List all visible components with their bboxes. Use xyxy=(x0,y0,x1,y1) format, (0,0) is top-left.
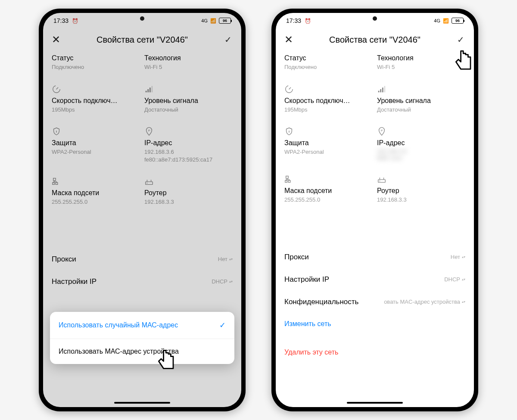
ipset-label: Настройки IP xyxy=(52,277,97,286)
ip-label: IP-адрес xyxy=(144,139,233,147)
popup-opt1-label: Использовать случайный МАС-адрес xyxy=(59,321,178,329)
status-net: 4G xyxy=(434,18,440,23)
alarm-icon xyxy=(72,17,78,24)
chevron-updown-icon: ▴▾ xyxy=(462,256,465,258)
router-icon xyxy=(144,176,233,187)
cell-ip: IP-адрес 192.168.3.6fe80::xxxx xyxy=(377,123,465,169)
confirm-icon[interactable]: ✓ xyxy=(457,34,464,45)
ip-label: IP-адрес xyxy=(377,139,465,147)
cell-speed: Скорость подключ… 195Mbps xyxy=(52,81,140,121)
close-icon[interactable]: ✕ xyxy=(52,34,65,46)
privacy-value: овать MAC-адрес устройства xyxy=(384,299,460,305)
speed-label: Скорость подключ… xyxy=(52,97,140,105)
mask-label: Маска подсети xyxy=(52,189,140,197)
popup-device-mac[interactable]: Использовать МАС-адрес устройства xyxy=(50,339,234,364)
router-label: Роутер xyxy=(377,187,465,195)
cell-security: Защита WPA2-Personal xyxy=(284,123,373,169)
ipset-value: DHCP xyxy=(212,278,227,285)
speed-icon xyxy=(284,84,373,94)
screen-left: 17:33 4G 📶 96 ✕ Свойства сети "V2046" ✓ … xyxy=(43,13,241,407)
cell-speed: Скорость подключ… 195Mbps xyxy=(284,81,373,121)
router-value: 192.168.3.3 xyxy=(144,198,233,206)
cell-router: Роутер 192.168.3.3 xyxy=(144,173,233,214)
ip-value2: fe80::a8e7:d173:5925:ca17 xyxy=(144,156,233,164)
speed-icon xyxy=(52,84,140,94)
cell-signal: Уровень сигнала Достаточный xyxy=(144,81,233,121)
subnet-icon xyxy=(52,176,140,187)
shield-icon xyxy=(284,126,373,137)
proxy-label: Прокси xyxy=(52,255,76,264)
popup-random-mac[interactable]: Использовать случайный МАС-адрес ✓ xyxy=(50,312,234,339)
cell-tech: Технология Wi-Fi 5 xyxy=(377,51,465,79)
mac-popup: Использовать случайный МАС-адрес ✓ Испол… xyxy=(50,312,234,364)
confirm-icon[interactable]: ✓ xyxy=(224,34,232,45)
ipset-label: Настройки IP xyxy=(284,275,329,284)
privacy-label: Конфиденциальность xyxy=(284,298,358,306)
cell-status: Статус Подключено xyxy=(52,51,140,79)
row-ip-settings[interactable]: Настройки IP DHCP▴▾ xyxy=(284,268,465,291)
mask-value: 255.255.255.0 xyxy=(52,198,140,206)
ip-pin-icon xyxy=(144,126,233,137)
status-label: Статус xyxy=(284,54,373,62)
ip-value1: 192.168.3.6 xyxy=(144,148,233,156)
row-proxy[interactable]: Прокси Нет▴▾ xyxy=(284,246,465,268)
ipset-value: DHCP xyxy=(444,276,460,283)
check-icon: ✓ xyxy=(219,320,226,330)
shield-icon xyxy=(52,126,140,137)
mask-label: Маска подсети xyxy=(284,187,373,195)
mask-value: 255.255.255.0 xyxy=(284,196,373,204)
chevron-updown-icon: ▴▾ xyxy=(462,301,465,303)
status-value: Подключено xyxy=(52,63,140,71)
proxy-label: Прокси xyxy=(284,253,309,261)
home-indicator[interactable] xyxy=(347,402,403,404)
router-icon xyxy=(377,174,465,184)
cell-tech: Технология Wi-Fi 5 xyxy=(144,51,233,79)
ip-pin-icon xyxy=(377,126,465,137)
cell-mask: Маска подсети 255.255.255.0 xyxy=(284,171,373,212)
security-label: Защита xyxy=(52,139,140,147)
close-icon[interactable]: ✕ xyxy=(284,34,297,46)
header: ✕ Свойства сети "V2046" ✓ xyxy=(43,28,241,51)
alarm-icon xyxy=(305,17,311,24)
cell-signal: Уровень сигнала Достаточный xyxy=(377,81,465,121)
signal-icon: 📶 xyxy=(443,18,449,24)
subnet-icon xyxy=(284,174,373,184)
status-value: Подключено xyxy=(284,63,373,71)
cell-ip: IP-адрес 192.168.3.6 fe80::a8e7:d173:592… xyxy=(144,123,233,171)
proxy-value: Нет xyxy=(451,254,460,260)
tech-value: Wi-Fi 5 xyxy=(377,63,465,71)
signal-icon: 📶 xyxy=(210,18,216,24)
security-value: WPA2-Personal xyxy=(284,148,373,156)
router-value: 192.168.3.3 xyxy=(377,196,465,204)
delete-network-link[interactable]: Удалить эту сеть xyxy=(284,342,465,363)
battery-icon: 96 xyxy=(219,18,231,24)
phone-left: 17:33 4G 📶 96 ✕ Свойства сети "V2046" ✓ … xyxy=(39,9,246,411)
speed-value: 195Mbps xyxy=(284,106,373,114)
chevron-updown-icon: ▴▾ xyxy=(462,278,465,280)
status-net: 4G xyxy=(201,18,208,23)
row-privacy[interactable]: Конфиденциальность овать MAC-адрес устро… xyxy=(284,291,465,313)
row-ip-settings[interactable]: Настройки IP DHCP▴▾ xyxy=(52,271,233,293)
home-indicator[interactable] xyxy=(114,402,170,404)
chevron-updown-icon: ▴▾ xyxy=(229,280,233,283)
cell-status: Статус Подключено xyxy=(284,51,373,79)
status-time: 17:33 xyxy=(286,17,301,24)
signal-label: Уровень сигнала xyxy=(377,97,465,105)
modify-network-link[interactable]: Изменить сеть xyxy=(284,313,465,335)
battery-icon: 96 xyxy=(452,18,464,24)
page-title: Свойства сети "V2046" xyxy=(297,35,465,45)
screen-right: 17:33 4G 📶 96 ✕ Свойства сети "V2046" ✓ … xyxy=(276,13,474,407)
speed-label: Скорость подключ… xyxy=(284,97,373,105)
cell-router: Роутер 192.168.3.3 xyxy=(377,171,465,212)
cell-mask: Маска подсети 255.255.255.0 xyxy=(52,173,140,214)
page-title: Свойства сети "V2046" xyxy=(65,35,233,45)
status-time: 17:33 xyxy=(53,17,69,24)
proxy-value: Нет xyxy=(218,256,227,262)
speed-value: 195Mbps xyxy=(52,106,140,114)
popup-opt2-label: Использовать МАС-адрес устройства xyxy=(59,348,179,355)
ip-value-blurred: 192.168.3.6fe80::xxxx xyxy=(377,148,465,161)
status-label: Статус xyxy=(52,54,140,62)
row-proxy[interactable]: Прокси Нет▴▾ xyxy=(52,248,233,271)
tech-label: Технология xyxy=(144,54,233,62)
router-label: Роутер xyxy=(144,189,233,197)
